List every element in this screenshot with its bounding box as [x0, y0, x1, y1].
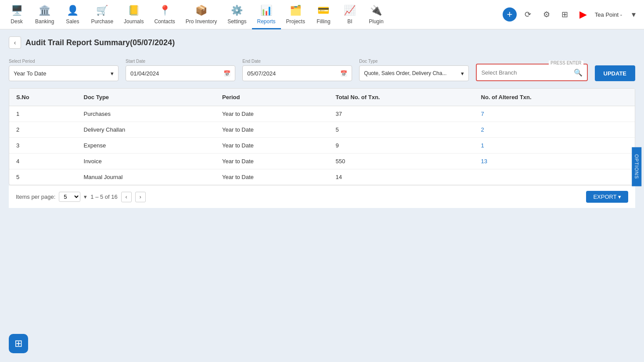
cell-total-txn: 550 — [329, 154, 474, 169]
table-row: 3ExpenseYear to Date91 — [9, 138, 635, 154]
youtube-icon[interactable]: ▶ — [576, 7, 590, 22]
end-date-input[interactable]: 05/07/2024 📅 — [242, 65, 352, 81]
export-button[interactable]: EXPORT ▾ — [586, 191, 628, 203]
data-table-container: S.No Doc Type Period Total No. of Txn. N… — [9, 88, 635, 185]
page-title: Audit Trail Report Summary(05/07/2024) — [25, 38, 175, 47]
nav-label-plugin: Plugin — [369, 18, 383, 25]
cell-total-txn: 9 — [329, 138, 474, 154]
start-date-filter-group: Start Date 01/04/2024 📅 — [126, 59, 235, 81]
nav-label-banking: Banking — [35, 18, 54, 25]
period-chevron-icon: ▾ — [111, 70, 114, 77]
nav-item-bi[interactable]: 📈 BI — [337, 0, 363, 29]
nav-item-plugin[interactable]: 🔌 Plugin — [363, 0, 389, 29]
nav-item-journals[interactable]: 📒 Journals — [119, 0, 149, 29]
audit-trail-table: S.No Doc Type Period Total No. of Txn. N… — [9, 89, 635, 185]
nav-label-settings: Settings — [227, 18, 246, 25]
filter-row: Select Period Year To Date ▾ Start Date … — [9, 56, 635, 81]
cell-sno: 4 — [9, 154, 77, 169]
cell-doc-type: Delivery Challan — [77, 122, 216, 138]
period-filter-group: Select Period Year To Date ▾ — [9, 59, 119, 81]
branch-filter-group: PRESS ENTER 🔍 — [476, 64, 587, 81]
cell-sno: 2 — [9, 122, 77, 138]
cell-doc-type: Purchases — [77, 106, 216, 122]
nav-item-filling[interactable]: 💳 Filling — [310, 0, 337, 29]
cell-altered-txn — [474, 169, 635, 185]
back-button[interactable]: ‹ — [9, 36, 21, 49]
altered-txn-link[interactable]: 2 — [481, 126, 484, 133]
branch-input-container: 🔍 — [477, 65, 586, 80]
cell-altered-txn[interactable]: 7 — [474, 106, 635, 122]
purchase-icon: 🛒 — [95, 4, 109, 18]
cell-altered-txn[interactable]: 1 — [474, 138, 635, 154]
end-date-filter-group: End Date 05/07/2024 📅 — [242, 59, 352, 81]
nav-item-sales[interactable]: 👤 Sales — [59, 0, 86, 29]
end-date-label: End Date — [242, 59, 352, 64]
start-date-input[interactable]: 01/04/2024 📅 — [126, 65, 235, 81]
user-label[interactable]: Tea Point - — [595, 11, 622, 18]
doc-type-select[interactable]: Quote, Sales Order, Delivery Cha... ▾ — [359, 65, 469, 81]
cell-doc-type: Invoice — [77, 154, 216, 169]
pagination-left: Items per page: 5 10 20 50 ▾ 1 – 5 of 16… — [16, 192, 146, 202]
prev-page-button[interactable]: ‹ — [121, 192, 132, 202]
update-button[interactable]: UPDATE — [595, 65, 635, 81]
chevron-down-icon[interactable]: ▾ — [626, 7, 640, 22]
page-header: ‹ Audit Trail Report Summary(05/07/2024) — [9, 36, 635, 49]
filling-icon: 💳 — [317, 4, 331, 18]
cell-altered-txn[interactable]: 13 — [474, 154, 635, 169]
nav-label-purchase: Purchase — [91, 18, 113, 25]
cell-period: Year to Date — [215, 122, 329, 138]
plugin-icon: 🔌 — [369, 4, 383, 18]
banking-icon: 🏛️ — [38, 4, 52, 18]
gear-icon[interactable]: ⚙ — [540, 7, 554, 22]
nav-label-contacts: Contacts — [154, 18, 175, 25]
nav-item-purchase[interactable]: 🛒 Purchase — [86, 0, 119, 29]
start-date-label: Start Date — [126, 59, 235, 64]
doc-type-label: Doc Type — [359, 59, 469, 64]
bottom-grid-icon[interactable]: ⊞ — [9, 334, 28, 353]
col-header-period: Period — [215, 89, 329, 106]
cell-altered-txn[interactable]: 2 — [474, 122, 635, 138]
col-header-doc-type: Doc Type — [77, 89, 216, 106]
altered-txn-link[interactable]: 7 — [481, 111, 484, 117]
nav-label-sales: Sales — [66, 18, 79, 25]
journals-icon: 📒 — [127, 4, 141, 18]
nav-item-projects[interactable]: 🗂️ Projects — [281, 0, 310, 29]
nav-items: 🖥️ Desk 🏛️ Banking 👤 Sales 🛒 Purchase 📒 … — [4, 0, 503, 29]
period-select[interactable]: Year To Date ▾ — [9, 65, 119, 81]
doc-type-filter-group: Doc Type Quote, Sales Order, Delivery Ch… — [359, 59, 469, 81]
nav-label-projects: Projects — [286, 18, 305, 25]
altered-txn-link[interactable]: 1 — [481, 142, 484, 149]
nav-item-settings[interactable]: ⚙️ Settings — [222, 0, 252, 29]
col-header-sno: S.No — [9, 89, 77, 106]
desk-icon: 🖥️ — [10, 4, 24, 18]
nav-item-banking[interactable]: 🏛️ Banking — [30, 0, 59, 29]
nav-item-reports[interactable]: 📊 Reports — [252, 0, 281, 29]
table-row: 5Manual JournalYear to Date14 — [9, 169, 635, 185]
page-range-label: 1 – 5 of 16 — [90, 194, 117, 200]
calendar-icon: 📅 — [223, 70, 230, 77]
table-row: 1PurchasesYear to Date377 — [9, 106, 635, 122]
branch-search-icon[interactable]: 🔍 — [574, 68, 583, 77]
doc-type-chevron-icon: ▾ — [461, 70, 464, 77]
nav-item-desk[interactable]: 🖥️ Desk — [4, 0, 30, 29]
grid-icon[interactable]: ⊞ — [558, 7, 572, 22]
per-page-select[interactable]: 5 10 20 50 — [59, 192, 80, 202]
cell-period: Year to Date — [215, 154, 329, 169]
nav-item-contacts[interactable]: 📍 Contacts — [149, 0, 180, 29]
cell-period: Year to Date — [215, 169, 329, 185]
next-page-button[interactable]: › — [135, 192, 146, 202]
chevron-per-page-icon: ▾ — [84, 194, 87, 200]
table-row: 4InvoiceYear to Date55013 — [9, 154, 635, 169]
nav-item-pro-inventory[interactable]: 📦 Pro Inventory — [180, 0, 222, 29]
add-button[interactable]: + — [503, 7, 517, 22]
main-content: OPTIONS ‹ Audit Trail Report Summary(05/… — [0, 29, 644, 362]
contacts-icon: 📍 — [158, 4, 172, 18]
cell-sno: 5 — [9, 169, 77, 185]
cell-period: Year to Date — [215, 138, 329, 154]
branch-input[interactable] — [481, 69, 573, 76]
altered-txn-link[interactable]: 13 — [481, 158, 487, 165]
options-tab[interactable]: OPTIONS — [632, 147, 642, 186]
col-header-altered-txn: No. of Altered Txn. — [474, 89, 635, 106]
cell-total-txn: 14 — [329, 169, 474, 185]
refresh-icon[interactable]: ⟳ — [521, 7, 535, 22]
